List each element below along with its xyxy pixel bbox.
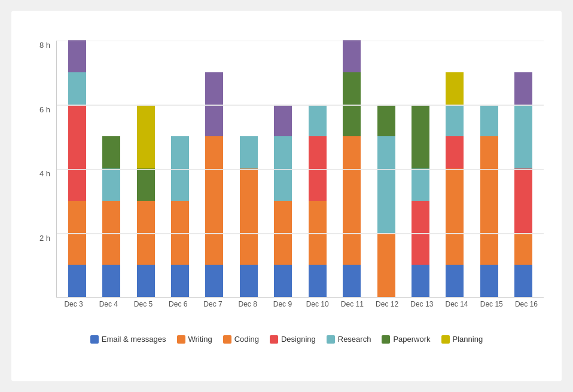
y-axis: 8 h 6 h 4 h 2 h — [29, 41, 56, 298]
bar-segment — [480, 265, 498, 297]
bar-segment — [446, 136, 464, 169]
bar-group — [163, 41, 197, 297]
legend-item: Email & messages — [90, 335, 166, 344]
legend-label: Email & messages — [102, 335, 166, 344]
bar-segment — [171, 136, 189, 201]
legend-color-box — [327, 335, 335, 344]
legend-label: Planning — [453, 335, 483, 344]
legend-item: Writing — [177, 335, 212, 344]
bar-segment — [137, 265, 155, 297]
bar-segment — [102, 136, 120, 169]
bar-segment — [377, 105, 395, 137]
legend-color-box — [90, 335, 99, 344]
chart-container: 8 h 6 h 4 h 2 h Dec 3Dec 4Dec 5Dec 6Dec … — [11, 11, 562, 381]
x-label: Dec 4 — [91, 300, 126, 308]
bar-segment — [514, 233, 532, 265]
bar-segment — [240, 265, 258, 297]
bar-segment — [343, 265, 361, 297]
bars-and-x: Dec 3Dec 4Dec 5Dec 6Dec 7Dec 8Dec 9Dec 1… — [56, 41, 544, 327]
bar-segment — [68, 72, 86, 105]
bar-segment — [309, 201, 327, 265]
legend-item: Coding — [223, 335, 259, 344]
bar-stack — [377, 105, 395, 298]
x-label: Dec 3 — [56, 300, 91, 308]
bar-segment — [240, 136, 258, 169]
bar-segment — [274, 265, 292, 297]
bar-group — [472, 41, 506, 297]
bars-row — [56, 41, 544, 298]
bar-segment — [514, 105, 532, 169]
bar-group — [438, 41, 472, 297]
legend-color-box — [270, 335, 278, 344]
bar-stack — [480, 105, 498, 298]
bar-segment — [68, 40, 86, 72]
x-label: Dec 10 — [300, 300, 335, 308]
bar-segment — [137, 169, 155, 201]
legend-label: Research — [338, 335, 371, 344]
legend-label: Coding — [234, 335, 259, 344]
bar-stack — [240, 136, 258, 297]
x-label: Dec 9 — [265, 300, 300, 308]
bar-stack — [171, 136, 189, 297]
x-label: Dec 11 — [335, 300, 370, 308]
bar-segment — [274, 136, 292, 201]
bar-segment — [412, 105, 429, 169]
bar-segment — [137, 105, 155, 169]
legend-label: Writing — [188, 335, 212, 344]
bar-segment — [171, 265, 189, 297]
bar-segment — [309, 136, 327, 201]
x-label: Dec 8 — [230, 300, 265, 308]
bar-segment — [480, 105, 498, 137]
bar-segment — [514, 265, 532, 297]
legend-item: Designing — [270, 335, 316, 344]
x-label: Dec 14 — [439, 300, 474, 308]
bar-group — [403, 41, 437, 297]
legend-item: Planning — [441, 335, 483, 344]
bar-segment — [309, 265, 327, 297]
bar-segment — [205, 265, 223, 297]
bar-segment — [343, 72, 361, 137]
bar-segment — [240, 169, 258, 265]
bar-segment — [102, 265, 120, 297]
bar-segment — [205, 136, 223, 265]
bar-segment — [68, 265, 86, 297]
bar-group — [300, 41, 334, 297]
bar-segment — [412, 265, 429, 297]
bar-segment — [274, 105, 292, 137]
bar-stack — [309, 105, 327, 298]
legend-color-box — [441, 335, 450, 344]
x-label: Dec 6 — [161, 300, 196, 308]
bar-stack — [514, 72, 532, 297]
bar-segment — [102, 169, 120, 201]
bar-segment — [446, 72, 464, 105]
bar-segment — [68, 105, 86, 201]
y-label-4h: 4 h — [39, 169, 50, 178]
bar-group — [60, 41, 94, 297]
bar-segment — [446, 265, 464, 297]
bar-stack — [205, 72, 223, 297]
bar-group — [266, 41, 300, 297]
x-label: Dec 15 — [474, 300, 509, 308]
chart-area: 8 h 6 h 4 h 2 h Dec 3Dec 4Dec 5Dec 6Dec … — [29, 41, 544, 327]
bar-segment — [412, 169, 429, 201]
legend-color-box — [223, 335, 231, 344]
bar-stack — [343, 40, 361, 297]
bar-segment — [446, 105, 464, 137]
bar-segment — [309, 105, 327, 137]
legend-label: Designing — [281, 335, 316, 344]
x-axis: Dec 3Dec 4Dec 5Dec 6Dec 7Dec 8Dec 9Dec 1… — [56, 300, 544, 308]
bar-group — [197, 41, 231, 297]
bar-stack — [102, 136, 120, 297]
x-label: Dec 16 — [509, 300, 544, 308]
bar-stack — [274, 105, 292, 298]
bar-segment — [137, 201, 155, 265]
bar-stack — [68, 40, 86, 297]
bar-segment — [343, 40, 361, 72]
legend-item: Research — [327, 335, 371, 344]
bar-segment — [412, 201, 429, 265]
bar-group — [506, 41, 540, 297]
bar-segment — [274, 201, 292, 265]
x-label: Dec 12 — [370, 300, 404, 308]
bar-segment — [514, 169, 532, 233]
bar-stack — [412, 105, 429, 298]
